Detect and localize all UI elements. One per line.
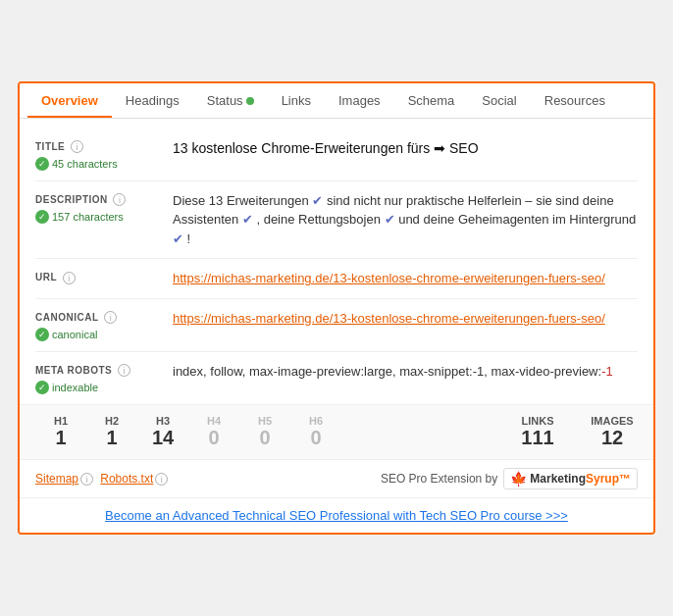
footer-credit: SEO Pro Extension by 🍁MarketingSyrup™ <box>381 468 638 489</box>
content-area: TITLE i ✓ 45 characters 13 kostenlose Ch… <box>20 119 653 404</box>
status-dot <box>246 97 254 105</box>
cta-link[interactable]: Become an Advanced Technical SEO Profess… <box>105 508 568 523</box>
meta-robots-value: index, follow, max-image-preview:large, … <box>173 362 638 382</box>
title-badge: ✓ 45 characters <box>35 157 118 171</box>
stat-right-group: LINKS 111 IMAGES 12 <box>512 415 638 449</box>
description-check-icon: ✓ <box>35 210 49 224</box>
url-label-col: URL i <box>35 269 173 283</box>
tab-resources[interactable]: Resources <box>531 83 619 118</box>
seo-panel: Overview Headings Status Links Images Sc… <box>18 81 655 535</box>
canonical-value: https://michas-marketing.de/13-kostenlos… <box>173 309 638 329</box>
checkmark-1: ✔ <box>312 193 323 208</box>
checkmark-4: ✔ <box>173 231 183 246</box>
cta-bar: Become an Advanced Technical SEO Profess… <box>20 497 653 533</box>
description-info-icon[interactable]: i <box>113 193 126 206</box>
stat-links: LINKS 111 <box>512 415 563 449</box>
meta-robots-label-col: META ROBOTS i ✓ indexable <box>35 362 173 394</box>
checkmark-2: ✔ <box>242 212 253 227</box>
stats-bar: H1 1 H2 1 H3 14 H4 0 H5 0 H6 0 LINKS 111 <box>20 404 653 459</box>
canonical-label-col: CANONICAL i ✓ canonical <box>35 309 173 341</box>
tab-overview[interactable]: Overview <box>27 83 112 118</box>
stat-h4: H4 0 <box>188 415 239 449</box>
stat-h1: H1 1 <box>35 415 86 449</box>
url-row: URL i https://michas-marketing.de/13-kos… <box>35 259 638 299</box>
brand-icon: 🍁 <box>510 471 527 487</box>
brand-logo: 🍁MarketingSyrup™ <box>503 468 638 489</box>
url-label: URL <box>35 272 57 282</box>
tab-headings[interactable]: Headings <box>112 83 193 118</box>
sitemap-link[interactable]: Sitemap <box>35 472 78 486</box>
description-label: DESCRIPTION <box>35 194 108 205</box>
title-row: TITLE i ✓ 45 characters 13 kostenlose Ch… <box>35 128 638 181</box>
tab-social[interactable]: Social <box>468 83 530 118</box>
meta-robots-label: META ROBOTS <box>35 365 112 376</box>
sitemap-info-icon[interactable]: i <box>80 473 93 486</box>
footer-links: Sitemap i Robots.txt i SEO Pro Extension… <box>20 459 653 497</box>
canonical-badge: ✓ canonical <box>35 328 97 341</box>
canonical-label: CANONICAL <box>35 312 99 323</box>
stat-h2: H2 1 <box>86 415 137 449</box>
url-link[interactable]: https://michas-marketing.de/13-kostenlos… <box>173 271 605 285</box>
robots-info-icon[interactable]: i <box>155 473 168 486</box>
canonical-row: CANONICAL i ✓ canonical https://michas-m… <box>35 299 638 352</box>
title-label: TITLE <box>35 141 65 152</box>
meta-robots-check-icon: ✓ <box>35 381 49 394</box>
url-value: https://michas-marketing.de/13-kostenlos… <box>173 269 638 288</box>
robots-link[interactable]: Robots.txt <box>100 472 153 486</box>
stat-images: IMAGES 12 <box>587 415 638 449</box>
title-label-col: TITLE i ✓ 45 characters <box>35 138 173 171</box>
checkmark-3: ✔ <box>385 212 395 227</box>
canonical-info-icon[interactable]: i <box>104 311 117 324</box>
meta-robots-info-icon[interactable]: i <box>118 364 130 377</box>
title-check-icon: ✓ <box>35 157 49 171</box>
canonical-link[interactable]: https://michas-marketing.de/13-kostenlos… <box>173 311 605 326</box>
stat-h3: H3 14 <box>137 415 188 449</box>
tab-schema[interactable]: Schema <box>394 83 469 118</box>
description-value: Diese 13 Erweiterungen ✔ sind nicht nur … <box>173 191 638 249</box>
stat-h6: H6 0 <box>290 415 341 449</box>
meta-robots-row: META ROBOTS i ✓ indexable index, follow,… <box>35 352 638 404</box>
stat-h5: H5 0 <box>239 415 290 449</box>
url-info-icon[interactable]: i <box>63 272 76 284</box>
tab-status[interactable]: Status <box>193 83 268 118</box>
tab-links[interactable]: Links <box>268 83 325 118</box>
description-label-col: DESCRIPTION i ✓ 157 characters <box>35 191 173 224</box>
description-row: DESCRIPTION i ✓ 157 characters Diese 13 … <box>35 181 638 260</box>
neg-value: -1 <box>601 364 613 379</box>
tab-images[interactable]: Images <box>325 83 394 118</box>
canonical-check-icon: ✓ <box>35 328 49 341</box>
meta-robots-badge: ✓ indexable <box>35 381 98 394</box>
tab-bar: Overview Headings Status Links Images Sc… <box>20 83 653 119</box>
description-badge: ✓ 157 characters <box>35 210 124 224</box>
title-info-icon[interactable]: i <box>71 140 83 153</box>
title-value: 13 kostenlose Chrome-Erweiterungen fürs … <box>173 138 638 159</box>
